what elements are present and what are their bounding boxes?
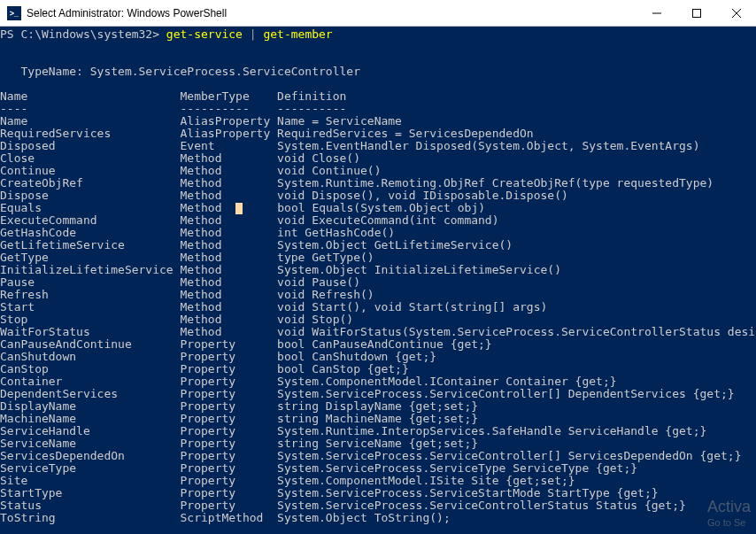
window-controls	[636, 0, 756, 27]
terminal-output[interactable]: PS C:\Windows\system32> get-service | ge…	[0, 27, 756, 534]
powershell-icon: >_	[7, 6, 21, 20]
minimize-button[interactable]	[636, 0, 676, 27]
close-button[interactable]	[716, 0, 756, 27]
window-title: Select Administrator: Windows PowerShell	[27, 7, 636, 19]
svg-rect-1	[692, 9, 700, 17]
maximize-button[interactable]	[676, 0, 716, 27]
window-titlebar: >_ Select Administrator: Windows PowerSh…	[0, 0, 756, 27]
